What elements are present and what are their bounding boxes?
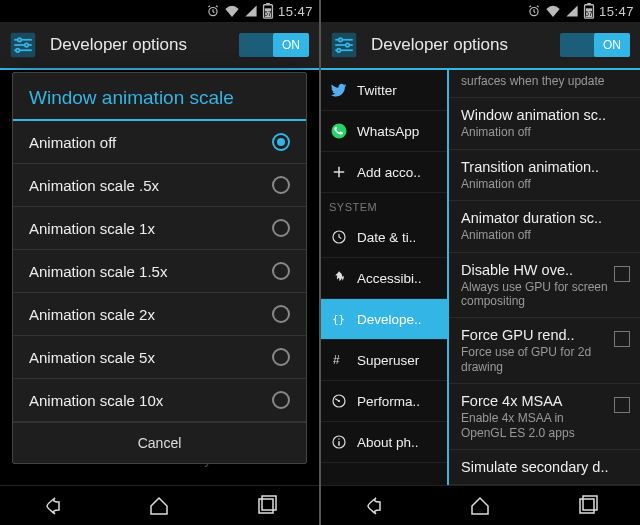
setting-text: Window animation sc..Animation off <box>461 107 630 139</box>
radio-icon <box>272 219 290 237</box>
checkbox-icon[interactable] <box>614 266 630 282</box>
setting-text: Simulate secondary d.. <box>461 459 630 475</box>
status-bar: 67 15:47 <box>0 0 319 22</box>
sidebar-item[interactable]: Twitter <box>321 70 447 111</box>
sidebar-item-label: WhatsApp <box>357 124 419 139</box>
animation-option[interactable]: Animation scale 1.5x <box>13 250 306 293</box>
signal-icon <box>244 4 258 18</box>
setting-text: Force GPU rend..Force use of GPU for 2d … <box>461 327 608 374</box>
sidebar-item-label: About ph.. <box>357 435 419 450</box>
home-icon[interactable] <box>145 492 173 520</box>
svg-point-10 <box>16 49 20 53</box>
battery-icon: 67 <box>262 4 274 18</box>
radio-icon <box>272 305 290 323</box>
setting-row[interactable]: Animator duration sc..Animation off <box>449 201 640 252</box>
sidebar-item[interactable]: Accessibi.. <box>321 258 447 299</box>
checkbox-icon[interactable] <box>614 331 630 347</box>
animation-option[interactable]: Animation scale 2x <box>13 293 306 336</box>
svg-point-8 <box>18 38 22 42</box>
signal-icon <box>565 4 579 18</box>
setting-row[interactable]: surfaces when they update <box>449 70 640 98</box>
setting-text: Animator duration sc..Animation off <box>461 210 630 242</box>
alarm-icon <box>527 4 541 18</box>
animation-option[interactable]: Animation off <box>13 121 306 164</box>
recents-icon[interactable] <box>573 492 601 520</box>
recents-icon[interactable] <box>252 492 280 520</box>
wifi-icon <box>224 4 240 18</box>
settings-sliders-icon <box>327 28 361 62</box>
sidebar-item[interactable]: Add acco.. <box>321 152 447 193</box>
system-icon <box>329 391 349 411</box>
setting-subtitle: Animation off <box>461 177 630 191</box>
setting-subtitle: Force use of GPU for 2d drawing <box>461 345 608 374</box>
cancel-button[interactable]: Cancel <box>13 422 306 463</box>
status-bar: 67 15:47 <box>321 0 640 22</box>
option-label: Animation scale 10x <box>29 392 163 409</box>
radio-icon <box>272 391 290 409</box>
svg-point-21 <box>339 38 343 42</box>
sidebar-item[interactable]: #Superuser <box>321 340 447 381</box>
setting-title: Window animation sc.. <box>461 107 630 123</box>
sidebar-item-label: Date & ti.. <box>357 230 416 245</box>
app-icon <box>329 162 349 182</box>
svg-point-29 <box>338 400 340 402</box>
svg-text:#: # <box>333 353 340 367</box>
phone-left: 67 15:47 Developer options ON Simulate s… <box>0 0 319 525</box>
status-clock: 15:47 <box>599 4 634 19</box>
window-animation-dialog: Window animation scale Animation offAnim… <box>12 72 307 464</box>
setting-title: Simulate secondary d.. <box>461 459 630 475</box>
setting-subtitle: Animation off <box>461 125 630 139</box>
setting-subtitle: surfaces when they update <box>461 74 630 88</box>
toggle-knob: ON <box>594 33 630 57</box>
settings-sidebar: TwitterWhatsAppAdd acco..SYSTEMDate & ti… <box>321 70 447 485</box>
svg-point-22 <box>346 43 350 47</box>
sidebar-item[interactable]: {}Develope.. <box>321 299 447 340</box>
svg-point-9 <box>25 43 29 47</box>
setting-title: Transition animation.. <box>461 159 630 175</box>
back-icon[interactable] <box>360 492 388 520</box>
svg-rect-2 <box>266 3 270 5</box>
sidebar-item-label: Accessibi.. <box>357 271 422 286</box>
sidebar-item[interactable]: About ph.. <box>321 422 447 463</box>
system-icon: {} <box>329 309 349 329</box>
animation-option[interactable]: Animation scale .5x <box>13 164 306 207</box>
dev-options-toggle[interactable]: ON <box>239 33 309 57</box>
setting-text: Transition animation..Animation off <box>461 159 630 191</box>
option-label: Animation scale 2x <box>29 306 155 323</box>
animation-option[interactable]: Animation scale 10x <box>13 379 306 422</box>
svg-point-31 <box>338 438 340 440</box>
sidebar-item[interactable]: Performa.. <box>321 381 447 422</box>
app-icon <box>329 121 349 141</box>
sidebar-item-label: Twitter <box>357 83 397 98</box>
sidebar-item-label: Superuser <box>357 353 419 368</box>
system-icon: # <box>329 350 349 370</box>
setting-text: Disable HW ove..Always use GPU for scree… <box>461 262 608 309</box>
sidebar-item-label: Performa.. <box>357 394 420 409</box>
dialog-options: Animation offAnimation scale .5xAnimatio… <box>13 121 306 422</box>
setting-row[interactable]: Window animation sc..Animation off <box>449 98 640 149</box>
radio-icon <box>272 133 290 151</box>
sidebar-item[interactable]: WhatsApp <box>321 111 447 152</box>
animation-option[interactable]: Animation scale 1x <box>13 207 306 250</box>
option-label: Animation scale 1x <box>29 220 155 237</box>
action-bar-title: Developer options <box>371 35 508 55</box>
setting-row[interactable]: Disable HW ove..Always use GPU for scree… <box>449 253 640 319</box>
sidebar-item-label: Develope.. <box>357 312 422 327</box>
app-icon <box>329 80 349 100</box>
checkbox-icon[interactable] <box>614 397 630 413</box>
setting-subtitle: Always use GPU for screen compositing <box>461 280 608 309</box>
setting-title: Animator duration sc.. <box>461 210 630 226</box>
back-icon[interactable] <box>39 492 67 520</box>
radio-icon <box>272 176 290 194</box>
setting-row[interactable]: Transition animation..Animation off <box>449 150 640 201</box>
setting-row[interactable]: Force GPU rend..Force use of GPU for 2d … <box>449 318 640 384</box>
action-bar-title: Developer options <box>50 35 187 55</box>
animation-option[interactable]: Animation scale 5x <box>13 336 306 379</box>
setting-row[interactable]: Force 4x MSAAEnable 4x MSAA in OpenGL ES… <box>449 384 640 450</box>
home-icon[interactable] <box>466 492 494 520</box>
dev-options-toggle[interactable]: ON <box>560 33 630 57</box>
setting-title: Force 4x MSAA <box>461 393 608 409</box>
dialog-title: Window animation scale <box>13 73 306 121</box>
sidebar-item[interactable]: Date & ti.. <box>321 217 447 258</box>
setting-row[interactable]: Simulate secondary d.. <box>449 450 640 485</box>
